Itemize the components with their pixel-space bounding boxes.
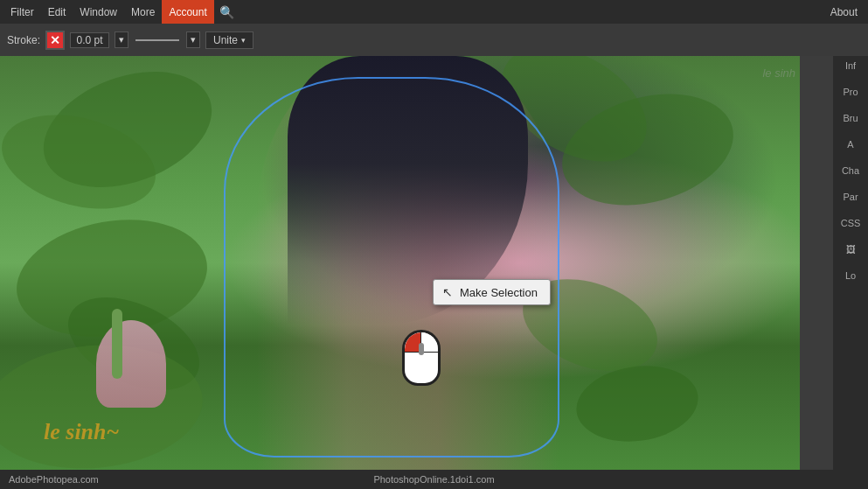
stroke-line-preview [135, 39, 179, 41]
mouse-scroll-wheel [419, 343, 424, 355]
stroke-value[interactable]: 0.0 pt [70, 32, 109, 48]
menu-more[interactable]: More [124, 0, 162, 24]
menu-account[interactable]: Account [162, 0, 213, 24]
bottom-left-text: AdobePhotopea.com [9, 474, 292, 485]
stroke-color-x-icon: ✕ [47, 32, 63, 48]
stroke-width-dropdown[interactable]: ▾ [115, 31, 128, 48]
logo-curve: le sinh~ [44, 419, 119, 445]
stroke-style-dropdown[interactable]: ▾ [186, 31, 200, 48]
par-panel-item[interactable]: Par [835, 185, 866, 209]
context-menu-label[interactable]: Make Selection [460, 286, 538, 299]
menu-about[interactable]: About [823, 0, 865, 24]
alt-panel-item[interactable]: A [835, 132, 866, 157]
menu-filter[interactable]: Filter [3, 0, 41, 24]
search-icon[interactable]: 🔍 [214, 3, 240, 21]
mouse-cursor-graphic [402, 330, 446, 391]
cha-panel-item[interactable]: Cha [835, 158, 866, 183]
canvas-area: le sinh ↖ Make Selection le sinh~ [0, 56, 800, 470]
toolbar: Stroke: ✕ 0.0 pt ▾ ▾ Unite ▾ [0, 24, 868, 56]
unite-dropdown[interactable]: Unite ▾ [205, 31, 253, 49]
pro-panel-item[interactable]: Pro [835, 80, 866, 104]
canvas-watermark: le sinh [762, 66, 795, 80]
stroke-label: Stroke: [7, 34, 40, 46]
context-menu-tooltip: ↖ Make Selection [433, 279, 551, 305]
bru-panel-item[interactable]: Bru [835, 106, 866, 130]
menu-edit[interactable]: Edit [41, 0, 73, 24]
css-panel-item[interactable]: CSS [835, 211, 866, 235]
inf-panel-item[interactable]: Inf [835, 53, 866, 78]
unite-label: Unite [213, 34, 238, 46]
right-panel: </> Inf Pro Bru A Cha Par CSS 🖼 Lo [833, 24, 868, 489]
cursor-icon: ↖ [442, 285, 453, 299]
chevron-down-icon: ▾ [119, 34, 124, 45]
menu-window[interactable]: Window [73, 0, 124, 24]
mouse-body [402, 330, 441, 386]
bottom-center-text: PhotoshopOnline.1doi1.com [292, 474, 575, 485]
stroke-color-swatch[interactable]: ✕ [45, 31, 65, 50]
unite-chevron-icon: ▾ [241, 36, 246, 45]
lo-panel-item[interactable]: Lo [835, 263, 866, 288]
image-panel-icon[interactable]: 🖼 [835, 237, 866, 262]
chevron-down-icon-2: ▾ [191, 34, 196, 45]
le-sinh-logo: le sinh~ [44, 419, 119, 445]
menu-bar: Filter Edit Window More Account 🔍 About [0, 0, 868, 24]
photo-background [0, 56, 800, 470]
bottom-bar: AdobePhotopea.com PhotoshopOnline.1doi1.… [0, 470, 868, 489]
